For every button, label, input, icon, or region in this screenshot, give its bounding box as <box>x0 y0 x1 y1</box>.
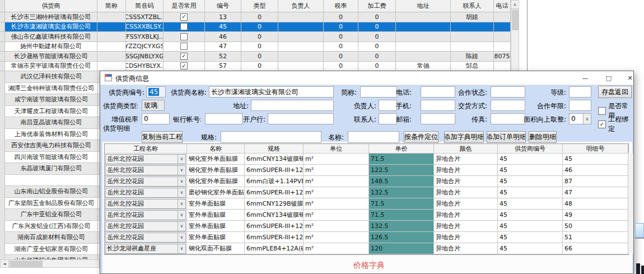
grid-column-header[interactable]: 工程名称 <box>105 144 187 154</box>
chevron-down-icon[interactable]: ∨ <box>178 211 185 220</box>
grid-cell[interactable]: 71.5 <box>369 154 434 165</box>
grid-cell[interactable]: 45 <box>498 176 563 187</box>
grid-cell[interactable]: 6mmSUPER-III+12A(硅... <box>245 221 304 232</box>
list-item[interactable]: 东晶玻璃厦门有限公司 <box>0 163 100 175</box>
table-cell[interactable]: 0 <box>358 32 396 42</box>
table-cell[interactable]: 13 <box>205 12 241 22</box>
table-cell[interactable] <box>494 22 511 32</box>
chevron-down-icon[interactable]: ∨ <box>178 199 185 208</box>
grid-cell[interactable]: 71.5 <box>369 210 434 221</box>
grid-cell[interactable]: 71.5 <box>369 198 434 210</box>
table-cell[interactable] <box>97 62 126 72</box>
grid-cell[interactable]: m² <box>304 176 369 187</box>
supplier-table-hscrollbar[interactable]: ◄ <box>0 259 100 268</box>
grid-row[interactable]: 岳州北控花园∨室外单面贴膜6mmCNY129B镀膜钢化m²71.5异地合片454… <box>105 198 628 210</box>
table-cell[interactable]: 长沙晟格节能玻璃有限公司 <box>5 52 97 62</box>
table-cell[interactable] <box>494 42 511 52</box>
hscroll-thumb[interactable] <box>10 261 43 268</box>
table-cell[interactable] <box>278 22 324 32</box>
grid-cell[interactable]: 45 <box>498 198 563 210</box>
list-item[interactable]: 西安佳吉美电力科技有限公司 <box>0 140 100 152</box>
column-header[interactable]: 类型 <box>241 0 278 12</box>
table-cell[interactable] <box>278 42 324 52</box>
table-cell[interactable]: 长沙市潇湘玻璃实业有限公司 <box>5 22 97 32</box>
table-cell[interactable]: 180751 <box>494 52 511 62</box>
grid-cell[interactable]: 异地合片 <box>434 232 498 243</box>
grid-row[interactable]: 岳州北控花园∨钢化室外单面贴膜6mmSUPER-III+12A(硅...m²12… <box>105 165 628 176</box>
row-header-cell[interactable] <box>0 42 5 52</box>
table-cell[interactable]: 长沙市三湘特种玻璃有限公司 <box>5 12 97 22</box>
table-cell[interactable]: 57 <box>205 62 241 72</box>
list-item[interactable]: 天津耀皮工程玻璃有限公司 <box>0 106 100 118</box>
table-cell[interactable] <box>97 22 126 32</box>
grid-cell[interactable]: 岳州北控花园∨ <box>105 154 187 165</box>
grid-cell[interactable]: m² <box>304 165 369 176</box>
table-cell[interactable]: ✓ <box>164 52 205 62</box>
project-combobox[interactable]: 岳州北控花园∨ <box>105 188 186 198</box>
grid-cell[interactable]: m² <box>304 221 369 232</box>
scroll-up-icon[interactable]: ∧ <box>511 0 519 9</box>
table-cell[interactable]: YZZQJCYXGS <box>126 42 164 52</box>
table-row[interactable]: 扬州中勤建材有限公司YZZQJCYXGS47000 <box>0 42 511 52</box>
grid-cell[interactable]: 异地合片 <box>434 198 498 210</box>
grid-cell[interactable]: 6mmPLE84+12A(硅酮胶... <box>245 243 304 254</box>
table-cell[interactable]: 46 <box>205 32 241 42</box>
grid-cell[interactable]: 异地合片 <box>434 221 498 232</box>
grid-cell[interactable]: 45 <box>498 232 563 243</box>
grid-cell[interactable]: 45 <box>563 154 628 165</box>
table-cell[interactable]: 0 <box>324 42 358 52</box>
table-cell[interactable]: 陈姐 <box>451 52 494 62</box>
table-cell[interactable]: FSSYXBLKJ.. <box>126 32 164 42</box>
table-cell[interactable] <box>396 42 451 52</box>
list-item[interactable]: 上海优泰装饰材料有限公司 <box>0 129 100 141</box>
grid-cell[interactable]: 长沙龙湖祺鑫星座∨ <box>105 243 187 254</box>
list-item[interactable] <box>0 175 100 187</box>
grid-cell[interactable]: 6mmCNY129B镀膜钢化 <box>245 198 304 210</box>
short_name-field[interactable] <box>360 86 397 97</box>
grid-cell[interactable]: 异地合片 <box>434 154 498 165</box>
grid-cell[interactable]: 6mmSUPER-III+12A(硅... <box>245 165 304 176</box>
grid-row[interactable]: 岳州北控花园∨钢化室外单面贴膜6mm白玻+1.14PVB+6mm...m²148… <box>105 176 628 187</box>
project-combobox[interactable]: 岳州北控花园∨ <box>105 199 186 209</box>
list-item[interactable]: 山东华建铝业集团有限公司 <box>0 255 100 259</box>
table-cell[interactable] <box>278 62 324 72</box>
grid-cell[interactable]: 49 <box>563 210 628 221</box>
column-header[interactable]: 税率 <box>324 0 358 12</box>
grid-cell[interactable]: m² <box>304 198 369 210</box>
grid-cell[interactable]: 岳州北控花园∨ <box>105 187 187 198</box>
project-combobox[interactable]: 岳州北控花园∨ <box>105 221 186 231</box>
grid-cell[interactable]: 异地合片 <box>434 176 498 187</box>
grade-field[interactable] <box>569 86 591 97</box>
common-use-checkbox-icon[interactable]: ✓ <box>180 53 188 60</box>
table-cell[interactable]: 0 <box>324 22 358 32</box>
mobile-field[interactable] <box>421 100 455 111</box>
table-cell[interactable]: 0 <box>324 52 358 62</box>
grid-cell[interactable]: 45 <box>498 187 563 198</box>
list-item[interactable]: 广东兴发铝业(江西)有限公司 <box>0 221 100 233</box>
table-cell[interactable] <box>396 32 451 42</box>
grid-cell[interactable]: 6mmCNY134镀膜钢化 <box>245 210 304 221</box>
grid-row[interactable]: 岳州北控花园∨钢化室外单面贴膜6mmCNY134镀膜钢化m²71.5异地合片45… <box>105 154 628 165</box>
table-cell[interactable]: 0 <box>358 22 396 32</box>
table-cell[interactable]: 0 <box>358 52 396 62</box>
table-row[interactable]: 长沙晟格节能玻璃有限公司CSSGJNBLYXGS✓52000陈姐180751 <box>0 52 511 62</box>
table-cell[interactable] <box>278 32 324 42</box>
grid-cell[interactable]: 钢化室外单面贴膜 <box>187 176 245 187</box>
row-header-cell[interactable] <box>0 0 5 12</box>
grid-column-header[interactable]: 颜色 <box>434 144 498 154</box>
vat-field[interactable]: 0 <box>142 113 170 124</box>
common-use-checkbox-icon[interactable] <box>180 33 188 40</box>
save-return-button[interactable]: 存盘返回 <box>598 86 632 98</box>
table-cell[interactable]: 0 <box>324 12 358 22</box>
grid-column-header[interactable]: 供货商编号 <box>498 144 563 154</box>
table-cell[interactable] <box>164 32 205 42</box>
grid-cell[interactable]: 120 <box>369 243 434 254</box>
grid-cell[interactable]: 岳州北控花园∨ <box>105 221 187 232</box>
bank_no-field[interactable] <box>205 113 242 124</box>
chevron-down-icon[interactable]: ∨ <box>583 114 591 124</box>
table-cell[interactable] <box>494 32 511 42</box>
table-cell[interactable] <box>396 22 451 32</box>
vscroll-track[interactable] <box>511 9 519 71</box>
table-cell[interactable] <box>97 42 126 52</box>
grid-cell[interactable]: 室外单面贴膜 <box>187 221 245 232</box>
